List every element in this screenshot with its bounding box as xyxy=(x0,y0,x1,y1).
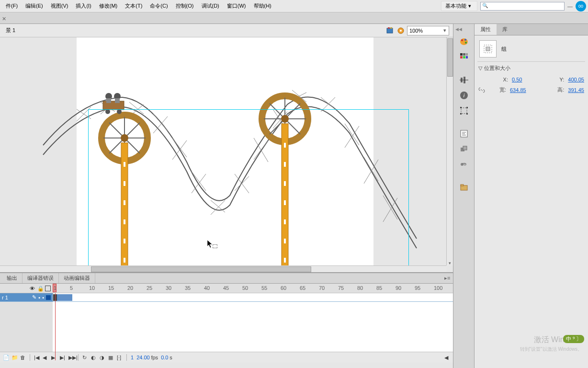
components-panel-icon[interactable] xyxy=(458,144,470,154)
menu-help[interactable]: 帮助(H) xyxy=(250,0,275,12)
edit-multiple-icon[interactable]: ▦ xyxy=(108,355,114,360)
svg-rect-42 xyxy=(124,162,125,167)
search-input[interactable] xyxy=(480,2,565,11)
ime-badge[interactable]: 中 ⁹ 〕 xyxy=(563,335,584,343)
transform-panel-icon[interactable] xyxy=(458,105,470,116)
svg-rect-1 xyxy=(388,27,390,29)
frame-ruler[interactable]: 1 5 10 15 20 25 30 35 40 45 50 55 60 65 … xyxy=(53,284,453,293)
workspace-selector[interactable]: 基本功能 ▾ xyxy=(441,1,477,11)
workspace-label: 基本功能 xyxy=(445,2,466,10)
color-panel-icon[interactable] xyxy=(458,36,470,47)
width-value[interactable]: 634.85 xyxy=(510,87,526,93)
y-value[interactable]: 400.05 xyxy=(568,77,584,82)
layer-visible-dot[interactable]: • xyxy=(38,295,40,300)
svg-line-34 xyxy=(383,198,397,222)
motion-presets-icon[interactable] xyxy=(458,159,470,170)
last-frame-icon[interactable]: ▶▶| xyxy=(68,355,74,360)
time-unit: s xyxy=(170,355,172,360)
svg-rect-2 xyxy=(390,27,392,29)
document-tabbar: ✕ xyxy=(0,12,588,24)
prev-frame-icon[interactable]: ◀ xyxy=(43,355,48,360)
play-icon[interactable]: ▶ xyxy=(51,355,57,360)
menu-insert[interactable]: 插入(I) xyxy=(72,0,95,12)
onion-outline-icon[interactable]: ◑ xyxy=(100,355,105,360)
menu-debug[interactable]: 调试(D) xyxy=(198,0,223,12)
stage[interactable] xyxy=(77,37,373,272)
onion-marker-icon[interactable]: [·] xyxy=(117,355,123,360)
width-label: 宽: xyxy=(488,86,510,93)
outline-icon[interactable] xyxy=(45,286,51,291)
next-frame-icon[interactable]: ▶| xyxy=(60,355,66,360)
menu-window[interactable]: 窗口(W) xyxy=(223,0,250,12)
zoom-input[interactable] xyxy=(407,26,449,35)
layer-row[interactable]: r 1 ✎ • • xyxy=(0,293,453,302)
code-snippets-icon[interactable] xyxy=(458,128,470,139)
menu-edit[interactable]: 编辑(E) xyxy=(22,0,47,12)
onion-skin-icon[interactable]: ◐ xyxy=(91,355,97,360)
timeline-scroll-left-icon[interactable]: ◀ xyxy=(444,355,450,360)
current-frame-value[interactable]: 1 xyxy=(131,355,134,360)
section-position-size[interactable]: ▽ 位置和大小 xyxy=(477,61,585,75)
menu-modify[interactable]: 修改(M) xyxy=(95,0,122,12)
stage-wrapper: ▾ xyxy=(0,37,453,272)
tab-output[interactable]: 输出 xyxy=(2,273,23,283)
layer-lock-dot[interactable]: • xyxy=(42,295,44,300)
svg-line-33 xyxy=(383,196,397,219)
tab-motion-editor[interactable]: 动画编辑器 xyxy=(59,273,95,283)
svg-rect-58 xyxy=(284,181,286,186)
edit-symbol-icon[interactable] xyxy=(396,26,405,35)
svg-line-27 xyxy=(321,97,335,109)
tab-close-icon[interactable]: ✕ xyxy=(2,16,8,22)
menu-view[interactable]: 视图(V) xyxy=(47,0,72,12)
minimize-icon[interactable]: — xyxy=(567,3,573,9)
tab-properties[interactable]: 属性 xyxy=(475,24,497,35)
pencil-icon: ✎ xyxy=(32,294,36,300)
new-layer-icon[interactable]: 📄 xyxy=(3,355,9,360)
menu-control[interactable]: 控制(O) xyxy=(172,0,198,12)
layer-frames[interactable] xyxy=(53,293,453,301)
first-frame-icon[interactable]: |◀ xyxy=(34,355,40,360)
loop-icon[interactable]: ↻ xyxy=(82,355,88,360)
delete-layer-icon[interactable]: 🗑 xyxy=(20,355,26,360)
search-icon: 🔍 xyxy=(482,3,488,8)
project-panel-icon[interactable] xyxy=(458,182,470,193)
svg-rect-75 xyxy=(463,53,465,56)
link-dimensions-icon[interactable] xyxy=(478,87,485,93)
edit-scene-icon[interactable] xyxy=(386,26,395,35)
layer-outline-box[interactable] xyxy=(46,295,51,300)
x-value[interactable]: 0.50 xyxy=(512,77,522,82)
svg-rect-47 xyxy=(124,258,125,263)
right-dock: ◀◀ i xyxy=(453,24,474,368)
svg-point-71 xyxy=(461,39,463,41)
svg-rect-85 xyxy=(461,108,467,114)
height-value[interactable]: 391.45 xyxy=(568,87,584,93)
scene-name[interactable]: 景 1 xyxy=(4,26,17,35)
tab-library[interactable]: 库 xyxy=(497,24,513,35)
menu-file[interactable]: 件(F) xyxy=(2,0,22,12)
tab-compiler-errors[interactable]: 编译器错误 xyxy=(23,273,59,283)
panel-collapse-icon[interactable]: ▸≡ xyxy=(444,275,451,281)
zoom-dropdown-icon[interactable]: ▾ xyxy=(443,27,446,34)
stage-scrollbar-vertical[interactable] xyxy=(446,37,453,265)
svg-rect-57 xyxy=(284,162,286,167)
x-label: X: xyxy=(490,77,512,82)
scroll-arrow-icon[interactable]: ▾ xyxy=(446,261,453,265)
svg-rect-45 xyxy=(124,219,125,224)
menu-commands[interactable]: 命令(C) xyxy=(146,0,171,12)
fps-value[interactable]: 24.00 xyxy=(136,355,150,360)
svg-line-28 xyxy=(321,97,335,112)
stage-scrollbar-horizontal[interactable] xyxy=(0,265,446,272)
eye-icon[interactable]: 👁 xyxy=(30,286,35,291)
timeline-panel: 输出 编译器错误 动画编辑器 ▸≡ 👁 🔒 1 5 10 15 20 xyxy=(0,272,453,368)
new-folder-icon[interactable]: 📁 xyxy=(11,355,17,360)
menu-text[interactable]: 文本(T) xyxy=(121,0,146,12)
info-panel-icon[interactable]: i xyxy=(458,90,470,101)
lock-icon[interactable]: 🔒 xyxy=(37,286,43,291)
swatches-panel-icon[interactable] xyxy=(458,52,470,62)
svg-rect-46 xyxy=(124,239,125,243)
cs-live-badge[interactable]: 00 xyxy=(576,1,586,12)
align-panel-icon[interactable] xyxy=(458,75,470,85)
dock-expand-icon[interactable]: ◀◀ xyxy=(455,27,462,32)
svg-rect-87 xyxy=(466,107,468,108)
svg-rect-0 xyxy=(387,28,393,33)
